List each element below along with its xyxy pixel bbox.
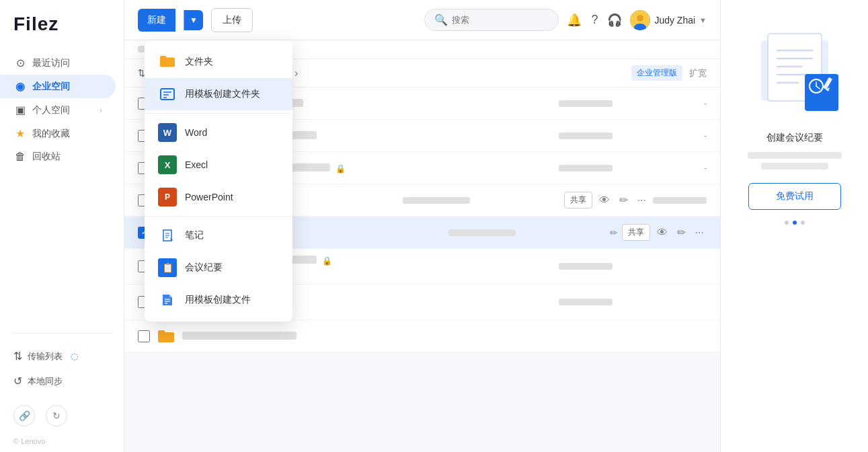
- svg-rect-25: [805, 74, 838, 111]
- panel-dot-3: [801, 221, 805, 225]
- sidebar-bottom: ⇅ 传输列表 ◌ ↺ 本地同步: [0, 339, 124, 398]
- header-icons: 🔔 ? 🎧: [567, 13, 622, 28]
- lock-icon: 🔒: [336, 164, 346, 174]
- file-date-placeholder: [559, 263, 613, 270]
- file-date: [525, 260, 646, 272]
- new-dropdown-button[interactable]: ▼: [184, 10, 203, 30]
- notification-icon[interactable]: 🔔: [567, 13, 582, 28]
- sidebar-item-recent[interactable]: ⊙ 最近访问: [0, 51, 116, 75]
- search-bar[interactable]: 🔍: [424, 9, 559, 31]
- header: 新建 ▼ 上传 🔍 🔔 ? 🎧 Judy Zhai ▼: [124, 0, 720, 40]
- dropdown-label-ppt: PowerPoint: [185, 192, 233, 202]
- dropdown-item-note[interactable]: 笔记: [145, 219, 292, 252]
- ppt-icon: P: [158, 188, 177, 206]
- row-checkbox[interactable]: [138, 330, 150, 342]
- upload-button[interactable]: 上传: [211, 8, 253, 32]
- file-size: -: [653, 99, 707, 108]
- sidebar-label-personal: 个人空间: [32, 104, 70, 116]
- dropdown-item-ppt[interactable]: P PowerPoint: [145, 181, 292, 213]
- dropdown-item-word[interactable]: W Word: [145, 116, 292, 149]
- transfer-icon: ⇅: [13, 350, 22, 363]
- file-date-placeholder: [403, 197, 470, 204]
- dropdown-item-template-file[interactable]: 用模板创建文件: [145, 284, 292, 316]
- sidebar-label-enterprise: 企业空间: [32, 81, 70, 93]
- dropdown-label-word: Word: [185, 127, 207, 138]
- file-date: [525, 98, 646, 110]
- dropdown-label-template-file: 用模板创建文件: [185, 294, 251, 306]
- search-input[interactable]: [452, 15, 546, 25]
- trash-icon: 🗑: [13, 151, 27, 163]
- file-actions: 共享 👁 ✏ ···: [564, 192, 707, 209]
- sidebar-label-local-sync: 本地同步: [28, 375, 63, 387]
- svg-rect-11: [161, 89, 174, 100]
- table-row: [124, 320, 720, 352]
- app-logo: Filez: [0, 13, 124, 51]
- meeting-icon: 📋: [158, 258, 177, 277]
- more-icon[interactable]: ···: [693, 225, 707, 240]
- sync-spinner-icon: ◌: [71, 351, 78, 361]
- expand-button[interactable]: 扩宽: [689, 67, 707, 79]
- edit-small-icon: ✏: [610, 227, 618, 238]
- share-button[interactable]: 共享: [564, 192, 592, 209]
- personal-icon: ▣: [13, 104, 27, 116]
- user-name: Judy Zhai: [654, 15, 695, 26]
- enterprise-icon: ◉: [13, 80, 27, 93]
- dropdown-label-meeting: 会议纪要: [185, 262, 223, 274]
- user-chevron-icon: ▼: [699, 16, 707, 24]
- edit-icon[interactable]: ✏: [617, 192, 631, 208]
- dropdown-separator: [145, 113, 292, 114]
- sidebar-label-recent: 最近访问: [32, 57, 70, 69]
- file-date: [376, 194, 497, 206]
- dropdown-item-meeting[interactable]: 📋 会议纪要: [145, 252, 292, 284]
- eye-icon[interactable]: 👁: [596, 193, 613, 208]
- eye-icon[interactable]: 👁: [654, 225, 670, 240]
- dropdown-label-folder: 文件夹: [185, 56, 213, 68]
- dropdown-separator-2: [145, 216, 292, 217]
- folder-icon: [157, 327, 175, 346]
- dropdown-label-template-folder: 用模板创建文件夹: [185, 88, 260, 100]
- dropdown-label-note: 笔记: [185, 229, 204, 241]
- new-button[interactable]: 新建: [138, 9, 175, 32]
- help-icon[interactable]: ?: [591, 13, 598, 27]
- user-area[interactable]: Judy Zhai ▼: [630, 10, 707, 30]
- headphone-icon[interactable]: 🎧: [607, 13, 622, 28]
- panel-dot-1: [785, 221, 789, 225]
- folder-menu-icon: [158, 52, 177, 71]
- share-button[interactable]: 共享: [622, 224, 650, 241]
- word-icon: W: [158, 123, 177, 142]
- edit-icon[interactable]: ✏: [674, 225, 688, 240]
- file-date-placeholder: [559, 299, 613, 305]
- new-dropdown-menu: 文件夹 用模板创建文件夹 W Word X Execl P PowerPoint: [145, 40, 292, 322]
- excel-icon: X: [158, 155, 177, 174]
- sidebar-item-local-sync[interactable]: ↺ 本地同步: [13, 371, 110, 391]
- dropdown-item-folder[interactable]: 文件夹: [145, 46, 292, 78]
- dropdown-item-template-folder[interactable]: 用模板创建文件夹: [145, 78, 292, 110]
- sidebar-item-transfer[interactable]: ⇅ 传输列表 ◌: [13, 346, 110, 367]
- sidebar-label-favorites: 我的收藏: [32, 128, 70, 140]
- link-icon-btn[interactable]: 🔗: [13, 405, 35, 426]
- dropdown-label-excel: Execl: [185, 159, 208, 170]
- next-icon[interactable]: ›: [292, 66, 301, 81]
- sidebar-item-enterprise[interactable]: ◉ 企业空间: [0, 75, 116, 98]
- template-folder-icon: [158, 85, 177, 104]
- more-icon[interactable]: ···: [635, 193, 649, 208]
- sidebar-item-trash[interactable]: 🗑 回收站: [0, 145, 116, 168]
- local-sync-icon: ↺: [13, 375, 22, 387]
- panel-subtitle-1: [748, 152, 842, 159]
- lock-icon: 🔒: [322, 256, 332, 266]
- sidebar-item-personal[interactable]: ▣ 个人空间 ›: [0, 98, 116, 122]
- right-panel: 创建会议纪要 免费试用: [720, 0, 868, 452]
- sidebar-item-favorites[interactable]: ★ 我的收藏: [0, 122, 116, 145]
- file-date: [525, 130, 646, 142]
- file-date-placeholder: [559, 100, 613, 107]
- panel-illustration: [741, 13, 849, 121]
- file-name-placeholder: [182, 332, 297, 340]
- template-file-icon: [158, 291, 177, 309]
- file-date-placeholder: [559, 165, 613, 172]
- refresh-icon-btn[interactable]: ↻: [46, 405, 67, 426]
- file-date: [422, 227, 543, 239]
- sidebar-divider: [11, 333, 113, 334]
- free-trial-button[interactable]: 免费试用: [748, 183, 841, 210]
- dropdown-item-excel[interactable]: X Execl: [145, 149, 292, 181]
- note-icon: [158, 226, 177, 245]
